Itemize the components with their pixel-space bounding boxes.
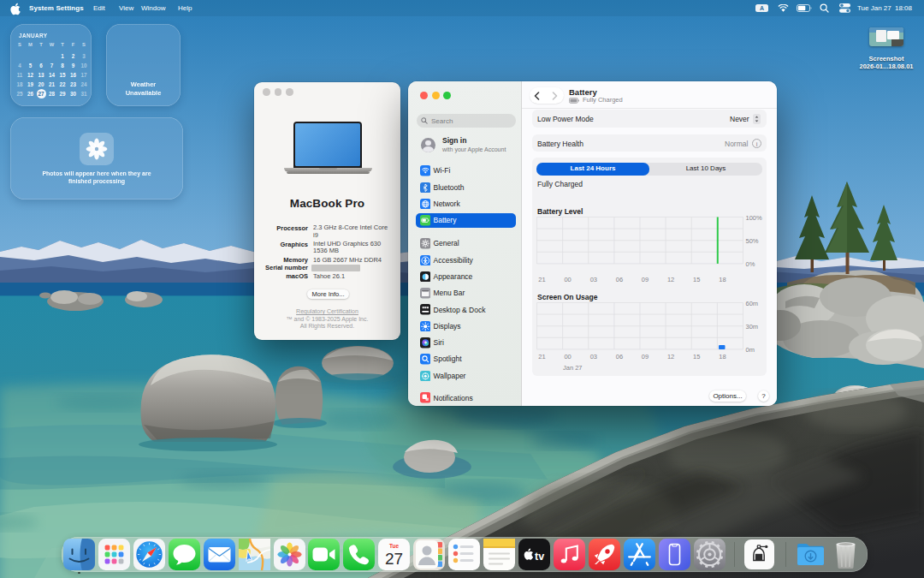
svg-text:06: 06 <box>616 353 623 361</box>
svg-text:21: 21 <box>538 353 545 361</box>
svg-text:Jan 27: Jan 27 <box>563 364 583 372</box>
svg-text:09: 09 <box>642 276 649 283</box>
svg-text:03: 03 <box>590 276 597 283</box>
svg-text:21: 21 <box>538 276 545 283</box>
svg-text:00: 00 <box>564 353 571 361</box>
svg-text:60m: 60m <box>746 300 759 307</box>
svg-text:27: 27 <box>385 549 403 567</box>
svg-text:tv: tv <box>535 550 544 562</box>
svg-text:Tue: Tue <box>389 542 399 548</box>
svg-text:18: 18 <box>719 276 726 283</box>
svg-text:100%: 100% <box>746 214 763 222</box>
svg-text:50%: 50% <box>746 237 759 245</box>
svg-text:12: 12 <box>667 353 674 361</box>
svg-text:30m: 30m <box>746 323 759 331</box>
svg-text:06: 06 <box>616 276 623 283</box>
svg-text:03: 03 <box>590 353 597 361</box>
svg-text:00: 00 <box>564 276 571 283</box>
svg-text:0%: 0% <box>746 260 755 268</box>
svg-text:15: 15 <box>693 353 700 361</box>
svg-text:18: 18 <box>719 353 726 361</box>
svg-text:09: 09 <box>642 353 649 361</box>
svg-text:15: 15 <box>693 276 700 283</box>
svg-text:0m: 0m <box>746 346 755 354</box>
svg-text:12: 12 <box>667 276 674 283</box>
